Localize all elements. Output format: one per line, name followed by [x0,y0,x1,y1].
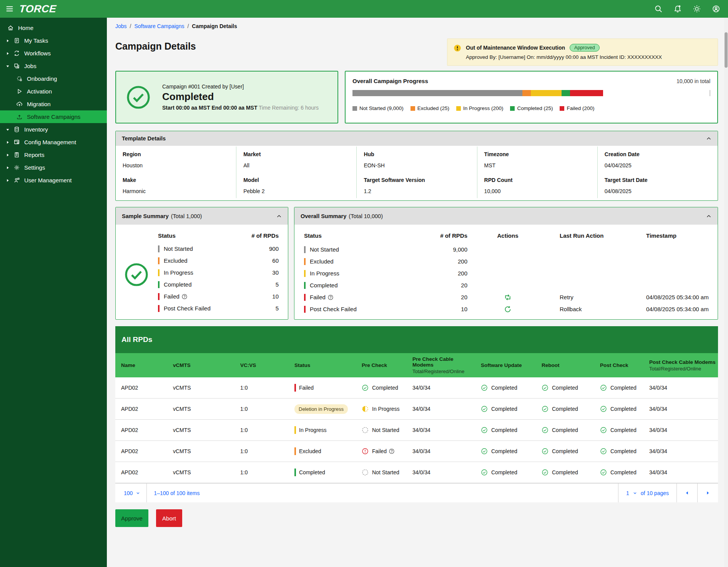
sample-summary-total: (Total 1,000) [171,213,202,219]
collapse-chevron-up-icon[interactable] [706,213,711,219]
table-row[interactable]: APD02 vCMTS 1:0 In Progress Not Started … [115,420,718,441]
sample-row-completed: Completed 5 [158,278,279,290]
sample-row-excluded: Excluded 60 [158,255,279,267]
help-icon[interactable] [327,294,334,300]
page-scrollbar[interactable] [724,18,728,567]
sidebar-item-jobs[interactable]: Jobs [0,60,107,72]
chevron-right-icon [5,140,10,145]
status-label: Failed [299,385,314,391]
breadcrumb-software-campaigns[interactable]: Software Campaigns [134,23,184,29]
sample-check-icon [124,262,149,287]
col-name: Name [115,353,167,377]
sidebar-item-my-tasks[interactable]: My Tasks [0,34,107,47]
overall-col-rpds: # of RPDs [437,232,467,239]
sidebar-item-workflows[interactable]: Workflows [0,47,107,60]
col-software-update: Software Update [475,353,536,377]
legend-chip-failed [560,106,564,111]
check-circle-icon [481,405,488,412]
table-row[interactable]: APD02 vCMTS 1:0 Failed Completed 34/0/34… [115,377,718,399]
col-status: Status [289,353,356,377]
sidebar-item-config-management[interactable]: Config Management [0,136,107,148]
timestamp: 04/08/2025 05:34:00 am [640,294,718,300]
time-remaining: Time Remaining: 6 hours [259,105,319,111]
warning-icon [454,44,461,52]
legend-chip-completed [510,106,515,111]
col-pre-check-cable-modems: Pre Check Cable ModemsTotal/Registered/O… [407,353,475,377]
previous-page-button[interactable] [676,484,697,502]
chevron-down-icon [136,491,140,495]
approve-button[interactable]: Approve [115,509,148,527]
sidebar-item-activation[interactable]: Activation [0,85,107,98]
user-avatar-icon[interactable] [712,5,720,13]
collapse-chevron-up-icon[interactable] [706,136,711,141]
check-circle-icon [542,448,548,455]
col-vcmts: vCMTS [167,353,234,377]
theme-brightness-icon[interactable] [693,5,701,13]
sample-row-in-progress: In Progress 30 [158,267,279,278]
overall-summary-panel: Overall Summary (Total 10,000) Status # … [294,207,718,320]
table-row[interactable]: APD02 vCMTS 1:0 Excluded Failed 34/0/34 … [115,441,718,462]
legend-chip-not-started [352,106,357,111]
overall-progress-card: Overall Campaign Progress 10,000 in tota… [345,71,718,123]
overall-col-status: Status [294,232,437,239]
table-row[interactable]: APD02 vCMTS 1:0 Completed Not Started 34… [115,462,718,483]
sidebar-item-onboarding[interactable]: Onboarding [0,72,107,85]
not-started-icon [362,427,369,434]
progress-segment-failed [570,90,603,96]
sidebar-item-inventory[interactable]: Inventory [0,123,107,136]
page-select[interactable]: 1 of 10 pages [618,484,676,502]
sidebar-item-user-management[interactable]: User Management [0,174,107,187]
retry-icon[interactable] [504,293,512,302]
help-icon[interactable] [181,294,188,300]
search-icon[interactable] [654,5,663,13]
sample-row-not-started: Not Started 900 [158,243,279,255]
table-row[interactable]: APD02 vCMTS 1:0 Deletion in Progress In … [115,399,718,420]
next-page-button[interactable] [697,484,718,502]
field-target-software-version: Target Software Version1.2 [356,172,477,198]
approved-badge: Approved [570,44,600,52]
chevron-right-icon [5,165,10,170]
field-model: ModelPebble 2 [236,172,356,198]
user-management-icon [13,177,20,183]
legend-label: Failed (200) [567,105,594,111]
page-size-select[interactable]: 100 [115,484,146,502]
in-progress-icon [362,405,369,412]
banner-detail: Approved By: [Username] On: mm/dd/yyyy 0… [466,54,662,60]
chevron-down-icon [5,127,10,132]
sidebar-item-home[interactable]: Home [0,22,107,34]
chevron-right-icon [5,51,10,56]
campaign-status: Completed [162,91,319,103]
hamburger-menu-icon[interactable] [5,5,14,13]
template-details-panel: Template Details RegionHouston MarketAll… [115,131,718,201]
check-circle-icon [481,384,488,391]
sidebar-nav: Home My Tasks Workflows Jobs [0,18,107,567]
check-circle-icon [481,427,488,434]
help-icon[interactable] [389,448,395,454]
progress-end-tick [710,90,710,96]
sidebar-item-reports[interactable]: Reports [0,148,107,161]
config-management-icon [13,139,20,145]
chevron-down-icon [5,64,10,68]
notifications-bell-icon[interactable] [673,5,682,13]
sidebar-item-software-campaigns[interactable]: Software Campaigns [0,110,107,123]
check-circle-icon [600,448,607,455]
inventory-database-icon [13,126,20,133]
sidebar-item-migration[interactable]: Migration [0,98,107,110]
progress-segment-in-progress [531,90,562,96]
rollback-icon[interactable] [504,305,512,314]
sidebar-item-settings[interactable]: Settings [0,161,107,174]
chevron-right-icon [5,178,10,183]
sample-row-post-check-failed: Post Check Failed 5 [158,302,279,314]
page-title: Campaign Details [115,41,196,52]
overall-row-completed: Completed 20 [294,279,718,291]
legend-label: Excluded (25) [417,105,449,111]
collapse-chevron-up-icon[interactable] [276,213,282,219]
breadcrumb-jobs[interactable]: Jobs [115,23,127,29]
check-circle-icon [600,427,607,434]
field-make: MakeHarmonic [116,172,236,198]
check-circle-icon [542,405,548,412]
legend-chip-excluded [411,106,415,111]
field-rpd-count: RPD Count10,000 [477,172,597,198]
scrollbar-thumb[interactable] [725,32,728,68]
abort-button[interactable]: Abort [156,509,182,527]
